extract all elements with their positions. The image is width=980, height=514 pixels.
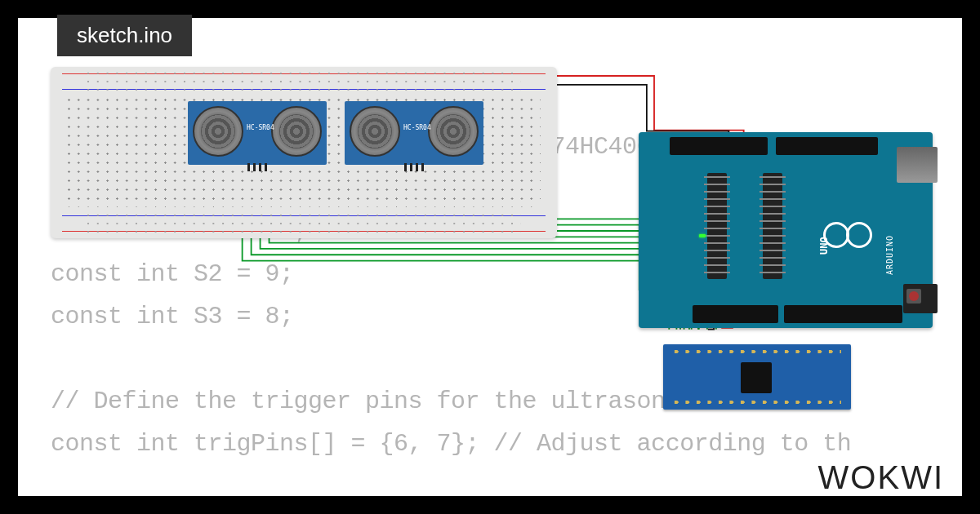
breadboard[interactable]: HC-SR04 HC-SR04	[51, 67, 557, 238]
transducer-icon	[428, 106, 479, 157]
sensor-pins	[404, 163, 424, 171]
brand-name: ARDUINO	[885, 235, 894, 275]
board-name: UNO	[818, 237, 830, 255]
transducer-icon	[350, 106, 400, 157]
power-led-icon	[699, 234, 706, 237]
usb-port	[897, 147, 938, 183]
atmega-chip-icon	[707, 173, 727, 279]
sensor-label: HC-SR04	[247, 124, 274, 131]
mux-pins-top[interactable]	[673, 348, 841, 356]
power-rail-bottom	[62, 214, 546, 233]
pin-header-power[interactable]	[776, 137, 878, 155]
circuit-canvas[interactable]: HC-SR04 HC-SR04 UNO AR	[51, 67, 929, 447]
file-tab[interactable]: sketch.ino	[57, 15, 192, 56]
mux-chip-icon	[741, 362, 772, 393]
ultrasonic-sensor-2[interactable]: HC-SR04	[345, 101, 483, 165]
wokwi-logo: WOKWI	[818, 459, 944, 496]
pin-header-analog[interactable]	[670, 137, 768, 155]
pin-header-digital-low[interactable]	[784, 305, 902, 323]
mux-pins-bottom[interactable]	[673, 398, 841, 406]
sensor-label: HC-SR04	[403, 124, 431, 131]
sensor-pins	[247, 163, 267, 171]
transducer-icon	[271, 106, 322, 157]
editor-frame: sketch.ino // Define the control pins fo…	[15, 15, 965, 499]
filename: sketch.ino	[77, 23, 172, 47]
reset-button[interactable]	[906, 289, 921, 304]
multiplexer-board[interactable]	[663, 344, 851, 410]
atmega-chip-icon	[763, 173, 782, 279]
arduino-logo-icon	[823, 222, 872, 246]
transducer-icon	[193, 106, 243, 157]
power-rail-top	[62, 72, 546, 91]
ultrasonic-sensor-1[interactable]: HC-SR04	[188, 101, 327, 165]
pin-header-digital-high[interactable]	[693, 305, 778, 323]
arduino-uno-board[interactable]: UNO ARDUINO	[639, 132, 933, 328]
